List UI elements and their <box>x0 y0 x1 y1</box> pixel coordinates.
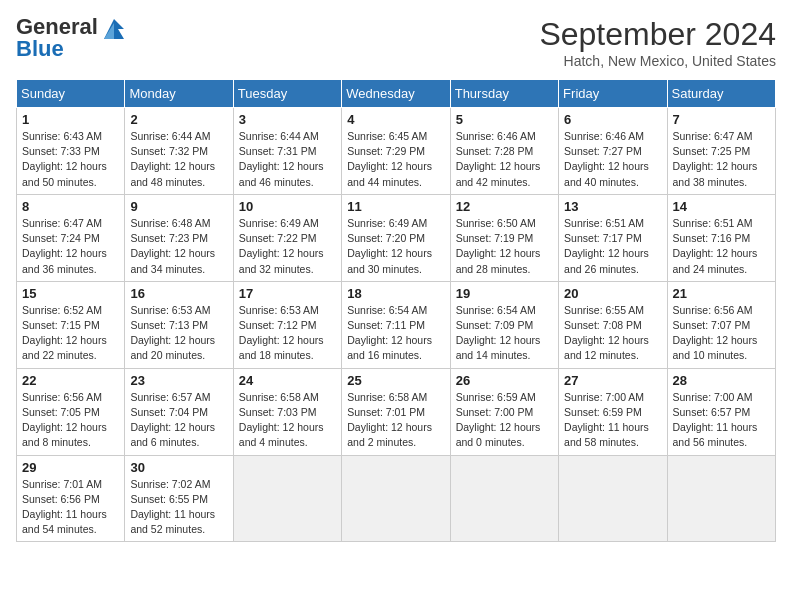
table-row: 11 Sunrise: 6:49 AMSunset: 7:20 PMDaylig… <box>342 194 450 281</box>
day-number: 8 <box>22 199 119 214</box>
day-number: 3 <box>239 112 336 127</box>
day-number: 9 <box>130 199 227 214</box>
table-row: 10 Sunrise: 6:49 AMSunset: 7:22 PMDaylig… <box>233 194 341 281</box>
calendar-week-row: 8 Sunrise: 6:47 AMSunset: 7:24 PMDayligh… <box>17 194 776 281</box>
day-info: Sunrise: 7:01 AMSunset: 6:56 PMDaylight:… <box>22 478 107 536</box>
col-sunday: Sunday <box>17 80 125 108</box>
day-info: Sunrise: 6:52 AMSunset: 7:15 PMDaylight:… <box>22 304 107 362</box>
day-number: 24 <box>239 373 336 388</box>
day-info: Sunrise: 6:51 AMSunset: 7:17 PMDaylight:… <box>564 217 649 275</box>
table-row <box>342 455 450 542</box>
table-row: 16 Sunrise: 6:53 AMSunset: 7:13 PMDaylig… <box>125 281 233 368</box>
day-number: 11 <box>347 199 444 214</box>
col-monday: Monday <box>125 80 233 108</box>
col-thursday: Thursday <box>450 80 558 108</box>
day-number: 12 <box>456 199 553 214</box>
table-row: 9 Sunrise: 6:48 AMSunset: 7:23 PMDayligh… <box>125 194 233 281</box>
table-row: 18 Sunrise: 6:54 AMSunset: 7:11 PMDaylig… <box>342 281 450 368</box>
location: Hatch, New Mexico, United States <box>539 53 776 69</box>
table-row: 6 Sunrise: 6:46 AMSunset: 7:27 PMDayligh… <box>559 108 667 195</box>
logo-text: General Blue <box>16 16 98 60</box>
day-number: 22 <box>22 373 119 388</box>
day-number: 19 <box>456 286 553 301</box>
day-number: 30 <box>130 460 227 475</box>
table-row: 4 Sunrise: 6:45 AMSunset: 7:29 PMDayligh… <box>342 108 450 195</box>
day-number: 4 <box>347 112 444 127</box>
day-info: Sunrise: 6:56 AMSunset: 7:05 PMDaylight:… <box>22 391 107 449</box>
day-number: 29 <box>22 460 119 475</box>
day-info: Sunrise: 6:54 AMSunset: 7:11 PMDaylight:… <box>347 304 432 362</box>
day-number: 7 <box>673 112 770 127</box>
day-info: Sunrise: 6:51 AMSunset: 7:16 PMDaylight:… <box>673 217 758 275</box>
day-info: Sunrise: 7:00 AMSunset: 6:57 PMDaylight:… <box>673 391 758 449</box>
col-friday: Friday <box>559 80 667 108</box>
table-row: 30 Sunrise: 7:02 AMSunset: 6:55 PMDaylig… <box>125 455 233 542</box>
day-info: Sunrise: 6:55 AMSunset: 7:08 PMDaylight:… <box>564 304 649 362</box>
day-info: Sunrise: 6:58 AMSunset: 7:01 PMDaylight:… <box>347 391 432 449</box>
day-info: Sunrise: 6:44 AMSunset: 7:32 PMDaylight:… <box>130 130 215 188</box>
table-row: 22 Sunrise: 6:56 AMSunset: 7:05 PMDaylig… <box>17 368 125 455</box>
table-row: 17 Sunrise: 6:53 AMSunset: 7:12 PMDaylig… <box>233 281 341 368</box>
day-number: 17 <box>239 286 336 301</box>
table-row: 2 Sunrise: 6:44 AMSunset: 7:32 PMDayligh… <box>125 108 233 195</box>
day-info: Sunrise: 6:56 AMSunset: 7:07 PMDaylight:… <box>673 304 758 362</box>
day-number: 16 <box>130 286 227 301</box>
day-info: Sunrise: 6:59 AMSunset: 7:00 PMDaylight:… <box>456 391 541 449</box>
day-number: 20 <box>564 286 661 301</box>
day-number: 6 <box>564 112 661 127</box>
title-block: September 2024 Hatch, New Mexico, United… <box>539 16 776 69</box>
table-row: 1 Sunrise: 6:43 AMSunset: 7:33 PMDayligh… <box>17 108 125 195</box>
day-number: 27 <box>564 373 661 388</box>
day-number: 18 <box>347 286 444 301</box>
day-info: Sunrise: 6:54 AMSunset: 7:09 PMDaylight:… <box>456 304 541 362</box>
calendar-table: Sunday Monday Tuesday Wednesday Thursday… <box>16 79 776 542</box>
day-number: 23 <box>130 373 227 388</box>
table-row: 12 Sunrise: 6:50 AMSunset: 7:19 PMDaylig… <box>450 194 558 281</box>
table-row: 19 Sunrise: 6:54 AMSunset: 7:09 PMDaylig… <box>450 281 558 368</box>
day-info: Sunrise: 6:53 AMSunset: 7:12 PMDaylight:… <box>239 304 324 362</box>
day-number: 26 <box>456 373 553 388</box>
logo-blue: Blue <box>16 36 64 61</box>
table-row: 8 Sunrise: 6:47 AMSunset: 7:24 PMDayligh… <box>17 194 125 281</box>
day-number: 21 <box>673 286 770 301</box>
calendar-header-row: Sunday Monday Tuesday Wednesday Thursday… <box>17 80 776 108</box>
day-info: Sunrise: 6:49 AMSunset: 7:22 PMDaylight:… <box>239 217 324 275</box>
calendar-week-row: 22 Sunrise: 6:56 AMSunset: 7:05 PMDaylig… <box>17 368 776 455</box>
day-number: 15 <box>22 286 119 301</box>
day-number: 28 <box>673 373 770 388</box>
day-info: Sunrise: 6:57 AMSunset: 7:04 PMDaylight:… <box>130 391 215 449</box>
day-info: Sunrise: 6:45 AMSunset: 7:29 PMDaylight:… <box>347 130 432 188</box>
table-row: 25 Sunrise: 6:58 AMSunset: 7:01 PMDaylig… <box>342 368 450 455</box>
day-info: Sunrise: 6:53 AMSunset: 7:13 PMDaylight:… <box>130 304 215 362</box>
table-row <box>667 455 775 542</box>
day-number: 10 <box>239 199 336 214</box>
day-info: Sunrise: 6:49 AMSunset: 7:20 PMDaylight:… <box>347 217 432 275</box>
table-row: 23 Sunrise: 6:57 AMSunset: 7:04 PMDaylig… <box>125 368 233 455</box>
day-info: Sunrise: 6:48 AMSunset: 7:23 PMDaylight:… <box>130 217 215 275</box>
day-info: Sunrise: 6:58 AMSunset: 7:03 PMDaylight:… <box>239 391 324 449</box>
day-info: Sunrise: 7:00 AMSunset: 6:59 PMDaylight:… <box>564 391 649 449</box>
day-number: 1 <box>22 112 119 127</box>
logo-icon <box>100 15 128 43</box>
table-row: 20 Sunrise: 6:55 AMSunset: 7:08 PMDaylig… <box>559 281 667 368</box>
table-row: 24 Sunrise: 6:58 AMSunset: 7:03 PMDaylig… <box>233 368 341 455</box>
day-info: Sunrise: 6:43 AMSunset: 7:33 PMDaylight:… <box>22 130 107 188</box>
calendar-week-row: 15 Sunrise: 6:52 AMSunset: 7:15 PMDaylig… <box>17 281 776 368</box>
day-info: Sunrise: 6:46 AMSunset: 7:28 PMDaylight:… <box>456 130 541 188</box>
table-row: 21 Sunrise: 6:56 AMSunset: 7:07 PMDaylig… <box>667 281 775 368</box>
logo: General Blue <box>16 16 128 60</box>
calendar-week-row: 1 Sunrise: 6:43 AMSunset: 7:33 PMDayligh… <box>17 108 776 195</box>
day-info: Sunrise: 6:47 AMSunset: 7:24 PMDaylight:… <box>22 217 107 275</box>
table-row: 27 Sunrise: 7:00 AMSunset: 6:59 PMDaylig… <box>559 368 667 455</box>
day-info: Sunrise: 6:46 AMSunset: 7:27 PMDaylight:… <box>564 130 649 188</box>
table-row: 7 Sunrise: 6:47 AMSunset: 7:25 PMDayligh… <box>667 108 775 195</box>
table-row <box>450 455 558 542</box>
table-row: 5 Sunrise: 6:46 AMSunset: 7:28 PMDayligh… <box>450 108 558 195</box>
calendar-week-row: 29 Sunrise: 7:01 AMSunset: 6:56 PMDaylig… <box>17 455 776 542</box>
day-number: 5 <box>456 112 553 127</box>
day-info: Sunrise: 7:02 AMSunset: 6:55 PMDaylight:… <box>130 478 215 536</box>
table-row: 14 Sunrise: 6:51 AMSunset: 7:16 PMDaylig… <box>667 194 775 281</box>
table-row: 28 Sunrise: 7:00 AMSunset: 6:57 PMDaylig… <box>667 368 775 455</box>
col-wednesday: Wednesday <box>342 80 450 108</box>
day-number: 25 <box>347 373 444 388</box>
